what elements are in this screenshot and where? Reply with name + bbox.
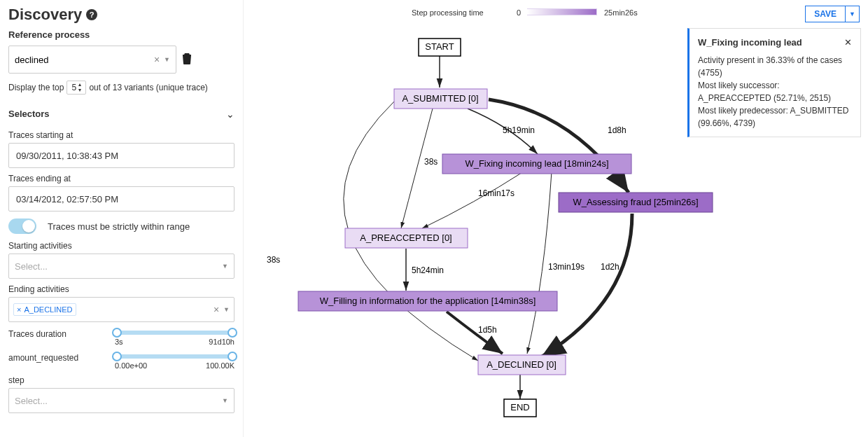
duration-slider-label: Traces duration	[8, 328, 108, 339]
svg-text:A_SUBMITTED [0]: A_SUBMITTED [0]	[402, 93, 478, 104]
strict-range-toggle[interactable]	[8, 218, 36, 234]
help-icon[interactable]: ?	[86, 9, 97, 20]
variant-prefix: Display the top	[8, 83, 64, 92]
node-w-fixing[interactable]: W_Fixing incoming lead [18min24s]	[442, 154, 631, 174]
step-label: step	[8, 375, 234, 385]
starting-activities-label: Starting activities	[8, 241, 234, 251]
end-label: Traces ending at	[8, 174, 234, 183]
node-a-declined[interactable]: A_DECLINED [0]	[478, 355, 566, 375]
variant-suffix: out of 13 variants (unique trace)	[89, 83, 207, 92]
amount-slider[interactable]	[115, 354, 234, 359]
toggle-label: Traces must be strictly within range	[48, 221, 190, 232]
save-dropdown-button[interactable]: ▼	[846, 6, 860, 22]
chevron-down-icon: ⌄	[226, 109, 234, 120]
start-date-input[interactable]: 09/30/2011, 10:38:43 PM	[8, 143, 234, 168]
legend-gradient	[527, 8, 597, 15]
dropdown-icon[interactable]: ▼	[164, 56, 170, 63]
edge-label: 5h19min	[503, 125, 535, 135]
edge-label: 1d5h	[478, 325, 497, 335]
close-icon[interactable]: ✕	[844, 36, 852, 50]
clear-icon[interactable]: ×	[154, 54, 160, 65]
node-w-filling[interactable]: W_Filling in information for the applica…	[298, 291, 557, 311]
trash-icon[interactable]	[182, 53, 192, 67]
svg-text:START: START	[425, 41, 454, 52]
svg-text:A_PREACCEPTED [0]: A_PREACCEPTED [0]	[360, 233, 452, 243]
clear-icon[interactable]: ×	[214, 304, 219, 315]
save-button[interactable]: SAVE	[805, 6, 846, 22]
edge-label: 1d8h	[608, 125, 626, 135]
start-label: Traces starting at	[8, 130, 234, 140]
ending-activity-tag[interactable]: ×A_DECLINED	[13, 303, 76, 316]
svg-text:W_Fixing incoming lead [18min2: W_Fixing incoming lead [18min24s]	[465, 158, 608, 169]
duration-slider[interactable]	[115, 331, 234, 335]
legend-min: 0	[517, 8, 521, 17]
node-w-assessing[interactable]: W_Assessing fraud [25min26s]	[559, 193, 713, 212]
node-a-preaccepted[interactable]: A_PREACCEPTED [0]	[345, 228, 468, 248]
amount-slider-label: amount_requested	[8, 352, 108, 363]
remove-tag-icon: ×	[17, 305, 21, 314]
info-panel-title: W_Fixing incoming lead	[698, 36, 802, 50]
reference-process-input[interactable]	[15, 55, 154, 65]
dropdown-icon: ▼	[222, 397, 228, 404]
info-line: Most likely predecessor: A_SUBMITTED (99…	[698, 104, 852, 130]
svg-text:W_Filling in information for t: W_Filling in information for the applica…	[320, 296, 536, 306]
edge-label: 38s	[424, 157, 438, 167]
info-line: Activity present in 36.33% of the cases …	[698, 54, 852, 79]
edge-label: 13min19s	[548, 262, 584, 272]
edge-label: 5h24min	[412, 265, 444, 275]
starting-activities-select[interactable]: Select...▼	[8, 254, 234, 279]
ending-activities-select[interactable]: ×A_DECLINED ×▼	[8, 297, 234, 322]
dropdown-icon: ▼	[222, 263, 228, 270]
svg-text:W_Assessing fraud [25min26s]: W_Assessing fraud [25min26s]	[573, 197, 698, 207]
reference-heading: Reference process	[8, 29, 234, 40]
info-line: A_PREACCEPTED (52.71%, 2515)	[698, 92, 852, 104]
svg-text:A_DECLINED [0]: A_DECLINED [0]	[486, 359, 556, 370]
variant-count-input[interactable]: 5 ▴▾	[66, 81, 86, 95]
node-end[interactable]: END	[504, 399, 536, 417]
dropdown-icon: ▼	[223, 306, 230, 313]
end-date-input[interactable]: 03/14/2012, 02:57:50 PM	[8, 186, 234, 211]
selectors-accordion[interactable]: Selectors ⌄	[8, 103, 234, 125]
step-select[interactable]: Select...▼	[8, 388, 234, 413]
edge-label: 38s	[267, 255, 280, 265]
edge-label: 16min17s	[478, 188, 514, 198]
info-line: Most likely successor:	[698, 79, 852, 92]
page-title: Discovery	[8, 6, 82, 24]
node-a-submitted[interactable]: A_SUBMITTED [0]	[394, 89, 487, 109]
reference-process-select[interactable]: × ▼	[8, 46, 176, 74]
svg-text:END: END	[510, 402, 529, 412]
ending-activities-label: Ending activities	[8, 284, 234, 294]
node-info-panel: W_Fixing incoming lead ✕ Activity presen…	[687, 28, 861, 137]
node-start[interactable]: START	[419, 39, 461, 56]
edge-label: 1d2h	[601, 262, 620, 272]
legend-label: Step processing time	[412, 8, 484, 17]
legend-max: 25min26s	[604, 8, 638, 17]
